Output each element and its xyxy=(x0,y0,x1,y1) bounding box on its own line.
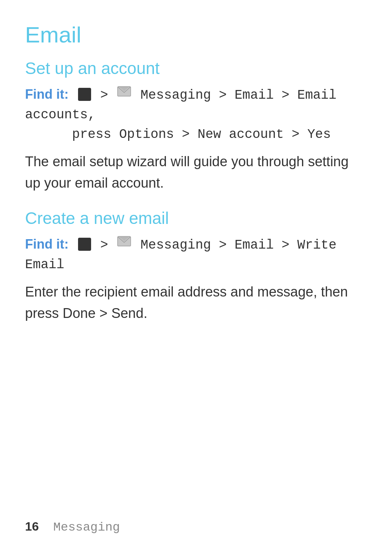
page-title: Email xyxy=(25,22,367,48)
section-setup-account: Set up an account Find it: > Messaging >… xyxy=(25,58,367,194)
find-it-line-setup: Find it: > Messaging > Email > Email acc… xyxy=(25,85,367,144)
section-create-email: Create a new email Find it: > Messaging … xyxy=(25,208,367,324)
menu-icon-setup xyxy=(78,88,91,101)
description-create: Enter the recipient email address and me… xyxy=(25,281,367,324)
find-it-label-setup: Find it: xyxy=(25,87,69,102)
find-it-label-create: Find it: xyxy=(25,237,69,252)
footer-page-number: 16 xyxy=(25,519,39,533)
description-setup: The email setup wizard will guide you th… xyxy=(25,151,367,194)
messaging-icon-setup xyxy=(117,85,131,104)
section-heading-create: Create a new email xyxy=(25,208,367,228)
page-container: Email Set up an account Find it: > Messa… xyxy=(0,0,392,556)
footer-section-label: Messaging xyxy=(53,520,120,534)
section-heading-setup: Set up an account xyxy=(25,58,367,78)
find-it-line-create: Find it: > Messaging > Email > Write Ema… xyxy=(25,234,367,275)
page-footer: 16 Messaging xyxy=(25,519,120,534)
messaging-icon-create xyxy=(117,234,131,254)
menu-icon-create xyxy=(78,238,91,251)
